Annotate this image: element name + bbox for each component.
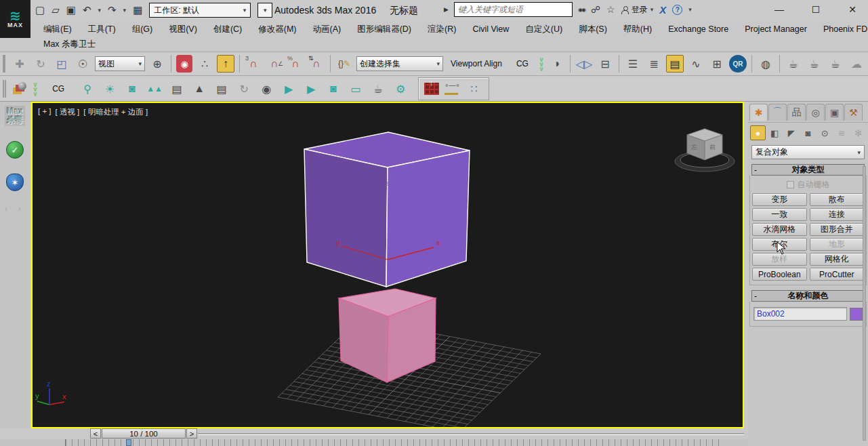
undo-icon[interactable]: ↶ (83, 4, 91, 16)
menu-exchange-store[interactable]: Exchange Store (660, 23, 737, 35)
help-dropdown-icon[interactable]: ▾ (688, 6, 692, 13)
tab-create[interactable]: ✱ (749, 104, 768, 121)
chevrons-icon[interactable]: ∨∨∨ (33, 82, 38, 96)
array-dots-icon[interactable]: ∷ (466, 80, 483, 98)
material-editor-icon[interactable]: ◍ (757, 55, 774, 73)
category-systems[interactable]: ✻ (850, 125, 866, 140)
category-space-warps[interactable]: ≋ (834, 125, 850, 140)
select-manipulate-icon[interactable]: ☉ (74, 55, 91, 73)
named-selection-dropdown[interactable]: 创建选择集 ▾ (356, 56, 443, 71)
object-category-dropdown[interactable]: 复合对象 ▾ (751, 145, 865, 159)
time-slider-button[interactable]: 10 / 100 (102, 428, 186, 439)
menu-max-antivirus[interactable]: Max 杀毒卫士 (35, 37, 104, 52)
sphere-stack-icon[interactable]: ◉ (257, 80, 275, 98)
viewport-menu-shading[interactable]: [ 明暗处理 + 边面 ] (83, 107, 148, 117)
category-shapes[interactable]: ◧ (767, 125, 783, 140)
sign-in-button[interactable]: 登录 ▾ (621, 4, 654, 16)
autogrid-checkbox[interactable] (787, 181, 794, 188)
menu-customize[interactable]: 自定义(U) (517, 22, 571, 37)
cg-toolbar2-button[interactable]: CG (43, 84, 74, 94)
button-morph[interactable]: 变形 (752, 193, 807, 206)
qr-button[interactable]: QR (729, 55, 747, 73)
antivirus-green-icon[interactable]: ✓ (6, 141, 24, 159)
perspective-viewport[interactable]: [ + ] [ 透视 ] [ 明暗处理 + 边面 ] (31, 102, 744, 428)
snap-toggle-3d-icon[interactable]: 3 ∩ (245, 55, 262, 73)
angle-snap-icon[interactable]: ∩ ∠ (266, 55, 283, 73)
object-color-swatch[interactable] (850, 308, 863, 321)
reference-coordinate-dropdown[interactable]: 视图 ▾ (95, 56, 145, 71)
keyboard-shortcut-override-toggle[interactable]: ↑ (217, 55, 234, 73)
rollout-name-color[interactable]: - 名称和颜色 (751, 290, 865, 302)
curve-editor-icon[interactable]: ∿ (687, 55, 705, 73)
menu-create[interactable]: 创建(C) (205, 22, 250, 37)
light-bulb-icon[interactable]: ⚲ (79, 80, 96, 98)
select-rotate-icon[interactable]: ↻ (32, 55, 49, 73)
view-cube[interactable]: 左 前 (675, 129, 735, 171)
use-pivot-center-icon[interactable]: ⊕ (148, 55, 166, 73)
ribbon-toggle-icon[interactable]: ≣ (645, 55, 663, 73)
monitor-icon[interactable]: ▭ (347, 80, 365, 98)
button-mesher[interactable]: 网格化 (810, 253, 865, 266)
tab-hierarchy[interactable]: 品 (787, 104, 806, 121)
menu-group[interactable]: 组(G) (124, 22, 161, 37)
menu-tools[interactable]: 工具(T) (80, 22, 124, 37)
workspace-more-button[interactable]: ▾ (257, 3, 272, 18)
toolbar-grip[interactable] (3, 55, 5, 73)
spinner-snap-icon[interactable]: ⇅ ∩ (308, 55, 325, 73)
select-move-icon[interactable]: ✚ (11, 55, 28, 73)
box-play-icon[interactable]: ▶ (280, 80, 297, 98)
vray-chevrons-icon[interactable]: ∨∨∨ (539, 57, 544, 71)
steering-wheel-icon[interactable]: ◑ (547, 55, 565, 73)
open-file-icon[interactable]: ▱ (51, 4, 60, 16)
menu-animation[interactable]: 动画(A) (304, 22, 349, 37)
cycle-icon[interactable]: ↻ (235, 80, 253, 98)
button-terrain[interactable]: 地形 (810, 238, 865, 251)
search-expand-icon[interactable]: ▶ (444, 6, 449, 13)
percent-snap-icon[interactable]: % ∩ (287, 55, 304, 73)
viewport-menu-pov[interactable]: [ 透视 ] (56, 107, 80, 117)
viewport-menu-general[interactable]: [ + ] (38, 107, 51, 117)
render-in-cloud-icon[interactable]: ☁ (848, 55, 865, 73)
purple-box-selected[interactable] (304, 132, 470, 287)
bulb-gear-icon[interactable]: ⚙ (392, 80, 409, 98)
autodesk-exchange-icon[interactable]: X (659, 4, 666, 16)
tree-object-icon[interactable]: ▲ (190, 80, 208, 98)
schematic-view-icon[interactable]: ⊞ (708, 55, 726, 73)
new-file-icon[interactable]: ▢ (35, 4, 45, 16)
category-cameras[interactable]: ◙ (800, 125, 816, 140)
scene-explorer-icon[interactable]: ▤ (666, 55, 684, 73)
camera-add-icon[interactable]: ◙ (325, 80, 342, 98)
viewport-canvas[interactable]: y x z x y z 左 前 (33, 103, 743, 427)
mirror-icon[interactable]: ◁▷ (575, 55, 593, 73)
project-folder-icon[interactable]: ▦ (133, 4, 142, 16)
menu-edit[interactable]: 编辑(E) (35, 22, 80, 37)
layer-sphere-icon[interactable] (13, 81, 28, 96)
cg-toolbar-button[interactable]: CG (510, 59, 535, 68)
communication-center-icon[interactable]: ☍ (591, 4, 600, 15)
list-panel-icon[interactable]: ▤ (168, 80, 186, 98)
button-proboolean[interactable]: ProBoolean (752, 268, 807, 281)
object-name-field[interactable]: Box002 (753, 307, 847, 321)
menu-modifiers[interactable]: 修改器(M) (250, 22, 304, 37)
tab-motion[interactable]: ◎ (806, 104, 825, 121)
maximize-button[interactable]: ☐ (807, 4, 825, 15)
search-input[interactable] (454, 2, 573, 17)
button-procutter[interactable]: ProCutter (810, 268, 865, 281)
previous-frame-button[interactable]: < (90, 428, 101, 439)
rendered-frame-window-icon[interactable]: ☕ (806, 55, 823, 73)
render-production-icon[interactable]: ☕ (827, 55, 844, 73)
tab-modify[interactable]: ⌒ (768, 104, 787, 121)
save-file-icon[interactable]: ▣ (66, 4, 76, 16)
next-frame-button[interactable]: > (186, 428, 197, 439)
tab-display[interactable]: ▣ (825, 104, 844, 121)
measure-ruler-icon[interactable]: ∘—∘▬▬ (445, 81, 460, 96)
manipulator-dots-icon[interactable]: ∴ (196, 55, 213, 73)
category-lights[interactable]: ◤ (783, 125, 799, 140)
pink-box[interactable] (339, 289, 436, 382)
close-button[interactable]: ✕ (844, 4, 861, 15)
movie-camera-icon[interactable]: ◙ (123, 80, 141, 98)
select-scale-icon[interactable]: ◰ (53, 55, 70, 73)
menu-project-manager[interactable]: Project Manager (737, 23, 815, 35)
rollout-object-type[interactable]: - 对象类型 (751, 164, 865, 176)
search-icon[interactable]: ◉◉ (578, 7, 585, 13)
